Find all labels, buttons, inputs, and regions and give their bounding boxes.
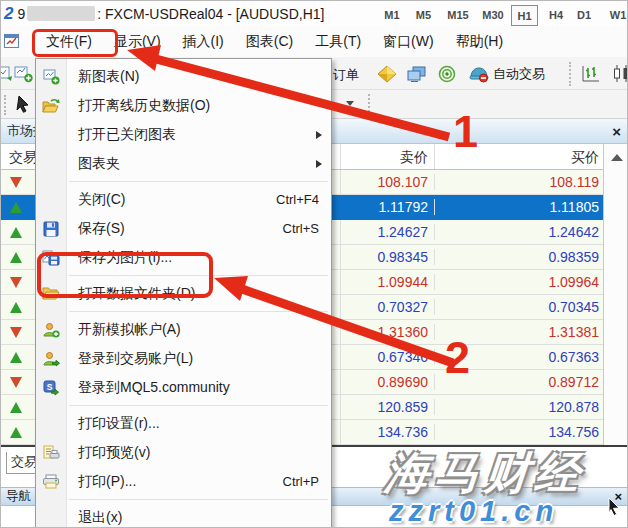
menu-window[interactable]: 窗口(W) — [372, 28, 445, 56]
save-icon — [36, 221, 66, 237]
timeframe-m15[interactable]: M15 — [442, 5, 474, 26]
mouse-cursor-icon — [607, 497, 623, 521]
close-icon[interactable]: × — [612, 124, 621, 139]
trend-up-icon — [10, 427, 22, 438]
menu-item-save[interactable]: 保存(S) Ctrl+S — [36, 214, 331, 243]
window-title: : FXCM-USDReal04 - [AUDUSD,H1] — [97, 6, 324, 22]
open-offline-folder-icon — [36, 98, 66, 114]
redacted-account-number — [27, 6, 95, 21]
annotation-box-file-menu — [32, 29, 118, 57]
timeframe-h1[interactable]: H1 — [511, 5, 538, 26]
annotation-box-open-data-folder — [37, 252, 213, 298]
open-demo-account-icon — [36, 322, 66, 338]
trend-up-icon — [10, 302, 22, 313]
toolbar-drag-handle[interactable] — [4, 95, 6, 115]
trend-up-icon — [10, 202, 22, 213]
autotrade-icon — [469, 65, 489, 83]
autotrade-button[interactable]: 自动交易 — [463, 61, 551, 86]
sell-column-header[interactable]: 卖价 — [341, 144, 435, 169]
timeframe-w1[interactable]: W1 — [603, 5, 628, 26]
menu-separator — [69, 311, 328, 312]
mt4-logo-icon: 2 — [4, 4, 13, 24]
bar-chart-mode-icon[interactable] — [579, 63, 603, 85]
menu-separator — [69, 181, 328, 182]
login-trade-account-icon — [36, 351, 66, 367]
trend-down-icon — [10, 177, 22, 188]
menu-item-new-chart[interactable]: 新图表(N) — [36, 62, 331, 91]
menu-item-close[interactable]: 关闭(C) Ctrl+F4 — [36, 185, 331, 214]
submenu-arrow-icon — [316, 160, 322, 168]
account-prefix: 9 — [17, 6, 25, 22]
signals-icon[interactable] — [435, 63, 459, 85]
candlestick-mode-icon[interactable] — [611, 63, 628, 85]
toolbar-drag-handle[interactable] — [368, 94, 370, 116]
menu-item-login-trade-account[interactable]: 登录到交易账户(L) — [36, 344, 331, 373]
menu-item-print-setup[interactable]: 打印设置(r)... — [36, 409, 331, 438]
toolbar-separator — [569, 62, 571, 86]
scroll-up-icon[interactable] — [611, 154, 623, 161]
timeframe-d1[interactable]: D1 — [571, 5, 597, 26]
annotation-step-1: 1 — [453, 109, 478, 154]
timeframe-m1[interactable]: M1 — [379, 5, 405, 26]
trend-down-icon — [10, 327, 22, 338]
menu-separator — [69, 499, 328, 500]
trend-up-icon — [10, 352, 22, 363]
menu-item-chart-profiles[interactable]: 图表夹 — [36, 149, 331, 178]
menu-help[interactable]: 帮助(H) — [445, 28, 514, 56]
menu-item-open-offline[interactable]: 打开离线历史数据(O) — [36, 91, 331, 120]
trend-down-icon — [10, 277, 22, 288]
print-preview-icon — [36, 445, 66, 461]
menu-item-login-mql5[interactable]: S 登录到MQL5.community — [36, 373, 331, 402]
annotation-step-2: 2 — [445, 335, 470, 380]
menu-item-open-demo-account[interactable]: 开新模拟帐户(A) — [36, 315, 331, 344]
new-chart-toolbar-icon[interactable] — [12, 63, 36, 85]
menu-item-exit[interactable]: 退出(x) — [36, 503, 331, 528]
menu-tools[interactable]: 工具(T) — [304, 28, 372, 56]
new-order-button[interactable]: 订单 — [333, 66, 359, 84]
timeframe-m30[interactable]: M30 — [477, 5, 509, 26]
submenu-arrow-icon — [316, 131, 322, 139]
trend-down-icon — [10, 377, 22, 388]
timeframe-h4[interactable]: H4 — [543, 5, 569, 26]
menu-separator — [69, 405, 328, 406]
menu-item-open-closed-charts[interactable]: 打开已关闭图表 — [36, 120, 331, 149]
menu-item-print[interactable]: 打印(P)... Ctrl+P — [36, 467, 331, 496]
scrollbar[interactable] — [603, 144, 628, 445]
svg-text:S: S — [46, 381, 52, 391]
menu-insert[interactable]: 插入(I) — [172, 28, 235, 56]
mql5-login-icon: S — [36, 380, 66, 396]
dropdown-arrow-icon[interactable] — [346, 101, 354, 106]
metaeditor-icon[interactable] — [405, 63, 429, 85]
menu-charts[interactable]: 图表(C) — [235, 28, 304, 56]
mt4-window: 2 9 : FXCM-USDReal04 - [AUDUSD,H1] 文件(F)… — [0, 0, 628, 528]
trend-up-icon — [10, 227, 22, 238]
menu-item-print-preview[interactable]: 打印预览(v) — [36, 438, 331, 467]
new-chart-icon — [36, 68, 66, 85]
print-icon — [36, 474, 66, 489]
timeframe-m5[interactable]: M5 — [410, 5, 437, 26]
trend-up-icon — [10, 402, 22, 413]
chart-window-icon[interactable] — [4, 34, 19, 51]
trend-up-icon — [10, 252, 22, 263]
cursor-tool-icon[interactable] — [11, 93, 35, 115]
navigator-title: 导航 — [6, 488, 31, 505]
market-diamond-icon[interactable] — [375, 63, 399, 85]
watermark-site: zzrt01.cn — [389, 495, 558, 528]
